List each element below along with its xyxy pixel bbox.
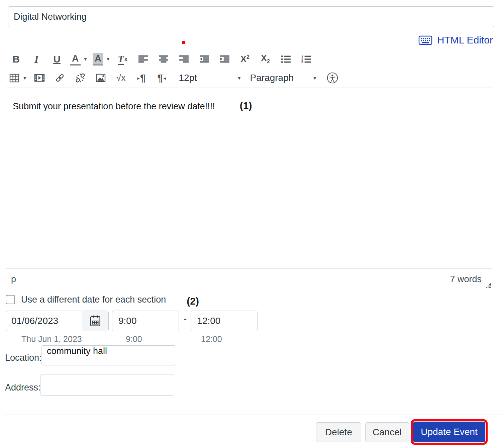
- text-color-icon: A: [70, 53, 81, 66]
- background-color-icon: A: [93, 53, 103, 66]
- cancel-button[interactable]: Cancel: [365, 422, 409, 442]
- align-center-button[interactable]: [156, 51, 171, 67]
- address-input[interactable]: [40, 374, 174, 396]
- different-date-row: Use a different date for each section (2…: [6, 292, 199, 307]
- location-label: Location:: [5, 353, 42, 363]
- subscript-button[interactable]: X2: [258, 51, 273, 67]
- font-size-select[interactable]: 12pt ▾: [179, 70, 241, 86]
- chevron-down-icon: ▾: [238, 75, 241, 82]
- red-dot-marker: [182, 41, 185, 44]
- word-count: 7 words: [450, 274, 482, 285]
- editor-paragraph[interactable]: Submit your presentation before the revi…: [13, 101, 215, 112]
- event-edit-page: HTML Editor B I U A ▾ A ▾ Tx: [0, 0, 503, 448]
- chevron-down-icon: ▾: [313, 75, 316, 82]
- html-editor-link[interactable]: HTML Editor: [418, 34, 493, 46]
- element-path[interactable]: p: [11, 274, 16, 285]
- calendar-icon: [90, 315, 101, 327]
- image-button[interactable]: [93, 70, 108, 86]
- underline-button[interactable]: U: [49, 51, 64, 67]
- unlink-button[interactable]: [73, 70, 88, 86]
- rce-toolbar: B I U A ▾ A ▾ Tx: [9, 51, 494, 86]
- chevron-down-icon[interactable]: ▾: [23, 75, 26, 82]
- ltr-direction-button[interactable]: ▸¶: [134, 70, 149, 86]
- toolbar-row-1: B I U A ▾ A ▾ Tx: [9, 51, 494, 68]
- resize-handle-icon[interactable]: [486, 283, 492, 288]
- update-event-highlight: Update Event: [411, 419, 488, 445]
- indent-button[interactable]: [217, 51, 232, 67]
- update-event-button[interactable]: Update Event: [413, 422, 485, 442]
- text-color-button[interactable]: A ▾: [70, 53, 87, 66]
- italic-button[interactable]: I: [29, 51, 44, 67]
- start-time-input[interactable]: [112, 311, 179, 331]
- annotation-2: (2): [187, 296, 199, 307]
- numbered-list-button[interactable]: 1 2 3: [299, 51, 314, 67]
- end-time-helper-text: 12:00: [201, 334, 222, 344]
- align-left-button[interactable]: [136, 51, 150, 67]
- superscript-button[interactable]: X2: [238, 51, 253, 67]
- html-editor-label: HTML Editor: [437, 34, 493, 46]
- bold-button[interactable]: B: [9, 51, 23, 67]
- chevron-down-icon[interactable]: ▾: [84, 55, 87, 63]
- footer-divider: [3, 415, 503, 415]
- outdent-button[interactable]: [197, 51, 212, 67]
- annotation-1: (1): [240, 100, 252, 111]
- start-time-helper-text: 9:00: [126, 334, 142, 344]
- different-date-checkbox[interactable]: [6, 295, 15, 304]
- date-combo: [6, 311, 109, 331]
- link-button[interactable]: [53, 70, 67, 86]
- rtl-direction-button[interactable]: ¶◂: [155, 70, 169, 86]
- delete-button[interactable]: Delete: [316, 422, 361, 442]
- end-time-input[interactable]: [191, 311, 258, 331]
- toolbar-row-2: ▾: [9, 70, 494, 86]
- date-helper-text: Thu Jun 1, 2023: [21, 334, 82, 344]
- editor-status-bar: p 7 words: [6, 271, 492, 285]
- accessibility-checker-button[interactable]: [325, 70, 340, 86]
- equation-button[interactable]: √x: [114, 70, 128, 86]
- chevron-down-icon[interactable]: ▾: [107, 55, 110, 63]
- media-button[interactable]: [32, 70, 47, 86]
- background-color-button[interactable]: A ▾: [93, 53, 110, 66]
- time-range-separator: -: [184, 313, 187, 324]
- date-time-row: -: [6, 311, 258, 331]
- svg-text:3: 3: [301, 60, 303, 64]
- paragraph-format-select[interactable]: Paragraph ▾: [250, 70, 316, 86]
- different-date-label: Use a different date for each section: [21, 295, 166, 305]
- calendar-button[interactable]: [82, 311, 109, 331]
- table-icon: [9, 73, 20, 83]
- bullet-list-button[interactable]: [279, 51, 293, 67]
- keyboard-icon: [418, 35, 432, 45]
- date-input[interactable]: [6, 311, 82, 331]
- address-label: Address:: [5, 382, 41, 393]
- rich-text-editor-body[interactable]: Submit your presentation before the revi…: [6, 88, 492, 269]
- location-input[interactable]: [41, 345, 176, 365]
- table-button[interactable]: ▾: [9, 73, 26, 83]
- clear-formatting-button[interactable]: Tx: [115, 51, 130, 67]
- event-title-input[interactable]: [8, 6, 494, 27]
- align-right-button[interactable]: [177, 51, 191, 67]
